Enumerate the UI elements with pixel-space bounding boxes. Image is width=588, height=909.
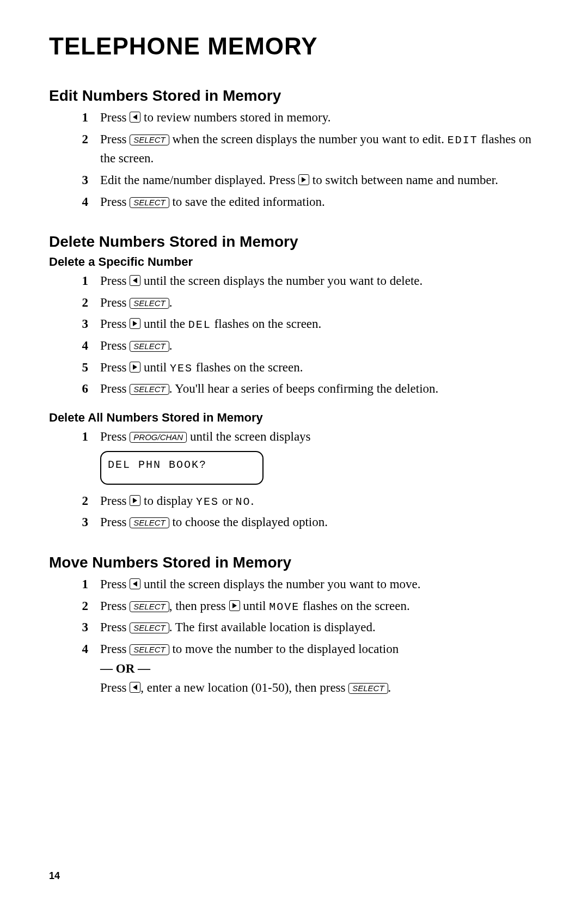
step-body: Press to display YES or NO.	[100, 491, 536, 511]
lcd-text: MOVE	[269, 601, 299, 613]
text: .	[169, 296, 173, 309]
step-body: Press until the screen displays the numb…	[100, 271, 536, 291]
list-item: 1 Press until the screen displays the nu…	[49, 271, 536, 291]
text: Press	[100, 599, 130, 613]
page-number: 14	[49, 870, 60, 882]
step-number: 6	[49, 379, 100, 399]
step-body: Press SELECT.	[100, 293, 536, 313]
progchan-key: PROG/CHAN	[130, 432, 187, 443]
step-number: 3	[49, 314, 100, 334]
list-item: 1 Press until the screen displays the nu…	[49, 575, 536, 594]
text: to switch between name and number.	[309, 173, 498, 187]
lcd-text: NO	[236, 496, 251, 508]
list-item: 3 Press SELECT. The first available loca…	[49, 618, 536, 637]
lcd-text: EDIT	[448, 134, 478, 147]
text: until the screen displays the number you…	[140, 274, 422, 288]
text: Press	[100, 681, 130, 694]
move-steps: 1 Press until the screen displays the nu…	[49, 575, 536, 698]
text: Press	[100, 642, 130, 656]
edit-steps: 1 Press to review numbers stored in memo…	[49, 108, 536, 211]
text: until the screen displays	[187, 430, 310, 443]
step-body: Press SELECT. The first available locati…	[100, 618, 536, 637]
manual-page: TELEPHONE MEMORY Edit Numbers Stored in …	[0, 0, 588, 909]
list-item: 6 Press SELECT. You'll hear a series of …	[49, 379, 536, 399]
text: until	[240, 599, 270, 613]
list-item: 4 Press SELECT.	[49, 336, 536, 356]
step-number: 4	[49, 639, 100, 659]
text: Press	[100, 382, 130, 395]
text: Press	[100, 274, 130, 288]
text: . You'll hear a series of beeps confirmi…	[169, 382, 439, 395]
text: Press	[100, 132, 130, 146]
step-number: 3	[49, 618, 100, 637]
left-arrow-icon	[130, 112, 140, 123]
subheading-delete-all: Delete All Numbers Stored in Memory	[49, 411, 536, 425]
left-arrow-icon	[130, 578, 140, 589]
list-item: 1 Press to review numbers stored in memo…	[49, 108, 536, 127]
left-arrow-icon	[130, 682, 140, 693]
step-body: Press SELECT to move the number to the d…	[100, 639, 536, 698]
text: to review numbers stored in memory.	[140, 111, 330, 124]
text: Press	[100, 296, 130, 309]
text: Press	[100, 430, 130, 443]
text: .	[169, 339, 173, 352]
select-key: SELECT	[130, 601, 169, 612]
select-key: SELECT	[130, 623, 169, 633]
right-arrow-icon	[298, 174, 309, 185]
text: Press	[100, 577, 130, 591]
select-key: SELECT	[130, 197, 169, 208]
lcd-text: YES	[196, 496, 219, 508]
delete-all-steps: 1 Press PROG/CHAN until the screen displ…	[49, 427, 536, 532]
step-body: Edit the name/number displayed. Press to…	[100, 170, 536, 190]
text: or	[219, 494, 236, 508]
or-label: — OR —	[100, 662, 150, 675]
list-item: 1 Press PROG/CHAN until the screen displ…	[49, 427, 536, 489]
step-body: Press SELECT, then press until MOVE flas…	[100, 596, 536, 616]
text: flashes on the screen.	[211, 317, 321, 331]
right-arrow-icon	[130, 362, 140, 373]
select-key: SELECT	[130, 135, 169, 145]
text: until the	[140, 317, 188, 331]
step-number: 4	[49, 336, 100, 356]
list-item: 2 Press SELECT.	[49, 293, 536, 313]
select-key: SELECT	[130, 517, 169, 528]
text: Press	[100, 339, 130, 352]
list-item: 3 Edit the name/number displayed. Press …	[49, 170, 536, 190]
list-item: 5 Press until YES flashes on the screen.	[49, 358, 536, 377]
heading-move: Move Numbers Stored in Memory	[49, 554, 536, 571]
text: to save the edited information.	[169, 195, 325, 209]
step-number: 1	[49, 108, 100, 127]
step-body: Press SELECT to choose the displayed opt…	[100, 513, 536, 532]
lcd-text: YES	[170, 362, 193, 375]
step-body: Press to review numbers stored in memory…	[100, 108, 536, 127]
list-item: 3 Press until the DEL flashes on the scr…	[49, 314, 536, 334]
step-number: 2	[49, 491, 100, 511]
select-key: SELECT	[348, 683, 388, 694]
text: to display	[140, 494, 196, 508]
list-item: 4 Press SELECT to move the number to the…	[49, 639, 536, 698]
list-item: 3 Press SELECT to choose the displayed o…	[49, 513, 536, 532]
text: to choose the displayed option.	[169, 515, 328, 529]
step-number: 4	[49, 192, 100, 212]
step-number: 1	[49, 271, 100, 291]
step-number: 3	[49, 170, 100, 190]
step-number: 1	[49, 575, 100, 594]
text: flashes on the screen.	[193, 361, 303, 374]
step-body: Press until YES flashes on the screen.	[100, 358, 536, 377]
right-arrow-icon	[229, 600, 240, 611]
right-arrow-icon	[130, 495, 140, 506]
text: to move the number to the displayed loca…	[169, 642, 399, 656]
list-item: 2 Press SELECT, then press until MOVE fl…	[49, 596, 536, 616]
text: Press	[100, 620, 130, 634]
heading-edit: Edit Numbers Stored in Memory	[49, 87, 536, 105]
select-key: SELECT	[130, 298, 169, 309]
step-body: Press SELECT. You'll hear a series of be…	[100, 379, 536, 399]
list-item: 2 Press to display YES or NO.	[49, 491, 536, 511]
text: until the screen displays the number you…	[140, 577, 420, 591]
text: Press	[100, 317, 130, 331]
step-body: Press until the screen displays the numb…	[100, 575, 536, 594]
step-number: 3	[49, 513, 100, 532]
text: until	[140, 361, 170, 374]
text: . The first available location is displa…	[169, 620, 376, 634]
step-body: Press PROG/CHAN until the screen display…	[100, 427, 536, 489]
